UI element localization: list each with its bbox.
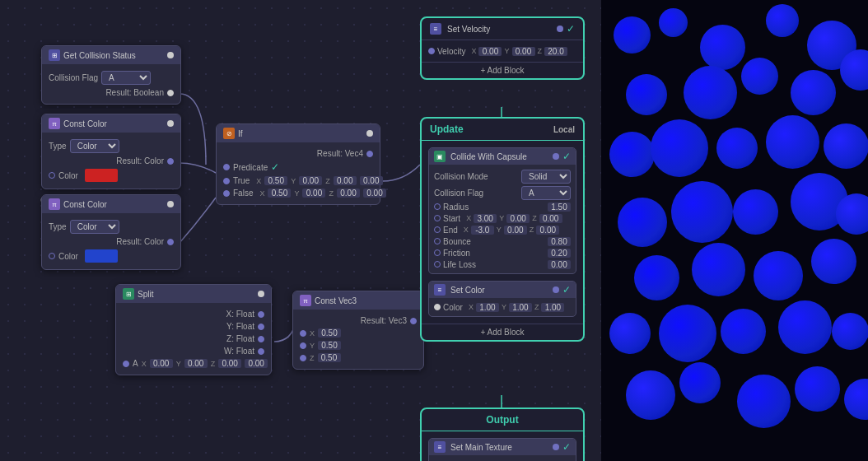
set-color-body: Color X 1.00 Y 1.00 Z 1.00 — [429, 298, 576, 316]
split-y-float-row: Y: Float — [123, 320, 264, 333]
coll-flag-select[interactable]: A — [521, 186, 571, 200]
if-false-row: False X 0.50 Y 0.00 Z 0.00 0.00 — [223, 187, 373, 199]
if-result-label: Result: Vec4 — [317, 149, 363, 158]
friction-socket — [434, 249, 441, 256]
set-color-subnode: ≡ Set Color ✓ Color X 1.00 Y — [428, 281, 576, 317]
bounce-val: 0.80 — [548, 237, 571, 246]
split-a-y-label: Y — [176, 360, 181, 368]
const-vec3-y-val: 0.50 — [318, 341, 341, 350]
split-z-float-label: Z: Float — [226, 334, 254, 343]
set-velocity-check: ✓ — [567, 23, 575, 35]
collision-flag-row: Collision Flag A — [49, 69, 174, 86]
const-color-1-dot[interactable] — [167, 120, 174, 127]
vel-x-val: 0.00 — [478, 47, 502, 56]
viewport-bubble — [832, 313, 868, 350]
split-w-float-row: W: Float — [123, 345, 264, 357]
split-x-float-row: X: Float — [123, 308, 264, 320]
if-false-socket — [223, 190, 230, 197]
if-true-socket — [223, 178, 230, 184]
update-title: Update — [430, 123, 464, 135]
if-true-row: True X 0.50 Y 0.00 Z 0.00 0.00 — [223, 175, 373, 187]
const-vec3-y-label: Y — [310, 342, 315, 350]
radius-row: Radius 1.50 — [434, 201, 571, 212]
update-add-block[interactable]: + Add Block — [422, 324, 583, 340]
split-a-x-label: X — [142, 360, 147, 368]
radius-socket — [434, 203, 441, 210]
const-vec3-x-label: X — [310, 329, 315, 338]
if-false-label: False — [233, 189, 253, 198]
output-title: Output — [486, 414, 518, 426]
set-velocity-dot[interactable] — [557, 26, 563, 32]
life-loss-socket — [434, 261, 441, 268]
collision-flag-label: Collision Flag — [49, 73, 98, 82]
end-x: -3.0 — [471, 226, 494, 235]
if-false-y-label: Y — [294, 189, 299, 198]
collision-result-row: Result: Boolean — [49, 86, 174, 99]
collision-result-socket — [167, 90, 174, 96]
const-color-1-result-row: Result: Color — [49, 155, 174, 167]
get-collision-settings-dot[interactable] — [167, 52, 174, 58]
viewport-bubble — [684, 66, 737, 119]
const-color-1-type-row: Type Color — [49, 137, 174, 155]
get-collision-body: Collision Flag A Result: Boolean — [42, 64, 180, 104]
collision-result-label: Result: Boolean — [105, 88, 164, 97]
if-true-w: 0.00 — [360, 176, 383, 185]
if-false-z: 0.00 — [337, 189, 360, 198]
collide-capsule-dot[interactable] — [553, 153, 559, 160]
node-editor[interactable]: Cor Cob ⊞ Get Collision Status Collision… — [0, 0, 601, 461]
vel-x-label: X — [471, 47, 476, 55]
const-color-2-dot[interactable] — [167, 201, 174, 207]
set-color-label: Color — [443, 303, 463, 312]
if-settings-dot[interactable] — [366, 130, 373, 137]
viewport — [601, 0, 868, 461]
if-true-y-label: Y — [291, 177, 296, 185]
const-color-1-body: Type Color Result: Color Color — [42, 133, 180, 189]
type-select-1[interactable]: Color — [70, 139, 119, 153]
const-vec3-x-val: 0.50 — [318, 328, 341, 338]
collision-flag-select[interactable]: A — [101, 71, 151, 85]
if-true-z: 0.00 — [334, 176, 357, 185]
velocity-socket — [428, 48, 435, 54]
velocity-label: Velocity — [437, 47, 465, 56]
split-y-socket — [258, 324, 264, 330]
viewport-bubble — [766, 115, 819, 169]
viewport-bubble — [844, 379, 868, 420]
collision-mode-select[interactable]: Solid — [521, 170, 571, 184]
start-label: Start — [443, 214, 460, 223]
set-main-texture-dot[interactable] — [553, 444, 559, 450]
collision-mode-label: Collision Mode — [434, 172, 488, 181]
viewport-bubble — [836, 193, 868, 235]
viewport-bubble — [659, 8, 688, 37]
set-color-socket — [434, 304, 441, 310]
viewport-bubble — [609, 132, 655, 177]
viewport-bubble — [811, 239, 856, 284]
const-color-1-color-socket — [49, 172, 55, 179]
const-color-2-header: π Const Color — [42, 195, 180, 213]
viewport-bubble — [618, 198, 667, 247]
output-header: Output — [422, 409, 583, 431]
set-main-texture-icon: ≡ — [434, 441, 446, 453]
vel-y-label: Y — [504, 47, 509, 55]
set-velocity-node: ≡ Set Velocity ✓ Velocity X 0.00 Y 0.00 … — [420, 16, 585, 80]
if-false-y: 0.00 — [302, 189, 325, 198]
type-select-2[interactable]: Color — [70, 220, 119, 234]
if-title: If — [238, 129, 243, 138]
if-true-label: True — [233, 176, 250, 185]
const-color-1-title: Const Color — [63, 119, 107, 128]
set-velocity-add-block[interactable]: + Add Block — [422, 62, 583, 78]
const-color-1-swatch[interactable] — [85, 169, 118, 182]
split-a-label: A — [133, 359, 138, 368]
split-body: X: Float Y: Float Z: Float W: Float A X … — [116, 303, 271, 375]
start-row: Start X 3.00 Y 0.00 Z 0.00 — [434, 212, 571, 224]
set-color-dot[interactable] — [553, 286, 559, 293]
end-z-label: Z — [530, 226, 534, 234]
const-color-2-swatch[interactable] — [85, 249, 118, 263]
viewport-bubble — [778, 300, 832, 354]
split-dot[interactable] — [258, 291, 264, 297]
const-vec3-header: π Const Vec3 — [293, 291, 423, 310]
viewport-bubble — [766, 4, 799, 37]
update-header: Update Local — [422, 119, 583, 141]
friction-val: 0.20 — [548, 249, 571, 258]
const-vec3-x-socket — [300, 330, 306, 337]
viewport-bubble — [721, 309, 766, 354]
